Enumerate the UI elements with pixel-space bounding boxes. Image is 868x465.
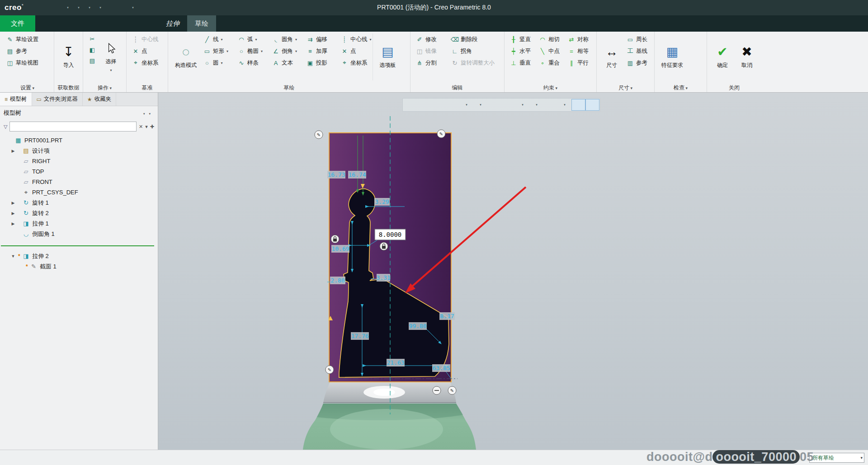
paste-icon-button[interactable]: ▤ xyxy=(86,55,99,66)
minimize-button[interactable] xyxy=(816,0,834,15)
spline-button[interactable]: ∿样条 xyxy=(235,57,269,69)
save-icon[interactable] xyxy=(52,2,61,13)
tree-item-section-1[interactable]: * ✎ 截面 1 xyxy=(0,261,158,272)
dim-d5[interactable]: 2.80 xyxy=(330,277,345,284)
diagnostics-icon-button[interactable] xyxy=(687,66,698,77)
tab-flexible-modeling[interactable] xyxy=(127,15,143,32)
perpendicular-constraint-button[interactable]: ⊥垂直 xyxy=(507,57,536,69)
dim-d3[interactable]: 3.29 xyxy=(374,198,390,206)
modify-handle-icon[interactable]: ✎ xyxy=(437,130,445,138)
dim-d11[interactable]: 8.17 xyxy=(439,312,455,320)
horizontal-constraint-button[interactable]: ┿水平 xyxy=(507,45,536,57)
copy-icon-button[interactable]: ◧ xyxy=(86,44,99,55)
tree-item-design-items[interactable]: ▶ ▤ 设计项 xyxy=(0,146,158,156)
fillet-button[interactable]: ◟圆角 xyxy=(269,33,304,45)
offset-button[interactable]: ⇉偏移 xyxy=(304,33,338,45)
tree-item-prt0001[interactable]: ▦ PRT0001.PRT xyxy=(0,135,158,146)
tree-item-revolve-2[interactable]: ▶ ↻ 旋转 2 xyxy=(0,208,158,218)
midpoint-constraint-button[interactable]: ╲中点 xyxy=(536,45,565,57)
graphics-area[interactable]: 16.73 16.74 3.29 10.69 2.80 3.31 17.76 9… xyxy=(158,93,868,450)
customize-quick-toolbar-icon[interactable] xyxy=(138,2,148,13)
expand-icon[interactable]: ▶ xyxy=(10,221,16,226)
references-button[interactable]: ▤参考 xyxy=(4,45,41,57)
dim-d4[interactable]: 10.69 xyxy=(331,245,349,253)
tab-annotate[interactable] xyxy=(81,15,97,32)
highlight-open-ends-icon-button[interactable] xyxy=(687,44,698,55)
line-button[interactable]: ╱线 xyxy=(201,33,235,45)
tab-extrude-context[interactable]: 拉伸 xyxy=(158,15,187,32)
select-button[interactable]: 选择 xyxy=(99,33,123,80)
tree-item-csys[interactable]: ⌖ PRT_CSYS_DEF xyxy=(0,187,158,197)
filter-clear-icon[interactable]: ✕ xyxy=(139,124,143,130)
equal-constraint-button[interactable]: =相等 xyxy=(565,45,594,57)
tree-item-front[interactable]: ▱ FRONT xyxy=(0,177,158,187)
reference-dim-button[interactable]: ▥参考 xyxy=(624,57,650,69)
expand-icon[interactable]: ▶ xyxy=(10,201,16,205)
dim-d1[interactable]: 16.73 xyxy=(327,171,345,178)
parallel-constraint-button[interactable]: ∥平行 xyxy=(565,57,594,69)
vertical-constraint-button[interactable]: ╂竖直 xyxy=(507,33,536,45)
tab-file[interactable]: 文件 xyxy=(0,15,35,32)
overlapping-geometry-icon-button[interactable] xyxy=(687,55,698,66)
delete-segment-button[interactable]: ⌫删除段 xyxy=(448,33,502,45)
group-label-inspect[interactable]: 检查 xyxy=(655,84,707,92)
ellipse-button[interactable]: ○椭圆 xyxy=(235,45,269,57)
group-label-constrain[interactable]: 约束 xyxy=(505,84,596,92)
tree-filter-input[interactable] xyxy=(9,122,137,132)
redo-icon[interactable] xyxy=(73,2,83,13)
zoom-in-icon[interactable] xyxy=(417,99,431,111)
maximize-button[interactable] xyxy=(834,0,851,15)
group-label-dimension[interactable]: 尺寸 xyxy=(597,84,654,92)
zoom-out-icon[interactable] xyxy=(431,99,445,111)
dim-d7[interactable]: 17.76 xyxy=(351,332,369,340)
symmetric-constraint-button[interactable]: ⇄对称 xyxy=(565,33,594,45)
circle-button[interactable]: ○圆 xyxy=(201,57,235,69)
sketch-plane[interactable] xyxy=(329,133,458,382)
datum-csys-button[interactable]: ⌖坐标系 xyxy=(129,57,161,69)
tab-model-tree[interactable]: ≡模型树 xyxy=(0,93,32,106)
dim-d2[interactable]: 16.74 xyxy=(348,171,366,178)
tree-display-icon[interactable] xyxy=(148,110,151,116)
sketch-view-setup-button[interactable]: ◫草绘视图 xyxy=(4,57,41,69)
centerline-button[interactable]: ┊中心线 xyxy=(338,33,373,45)
thicken-button[interactable]: ≡加厚 xyxy=(304,45,338,57)
perspective-icon[interactable] xyxy=(501,99,515,111)
project-button[interactable]: ▣投影 xyxy=(304,57,338,69)
perimeter-button[interactable]: ▭周长 xyxy=(624,33,650,45)
expand-icon[interactable]: ▼ xyxy=(10,254,16,258)
rectangle-button[interactable]: ▭矩形 xyxy=(201,45,235,57)
sketch-setup-button[interactable]: ✎草绘设置 xyxy=(4,33,41,45)
open-file-icon[interactable] xyxy=(41,2,51,13)
modify-button[interactable]: ✐修改 xyxy=(413,33,448,45)
tree-item-extrude-2[interactable]: ▼ * ◨ 拉伸 2 xyxy=(0,251,158,261)
dim-d10[interactable]: 63.85 xyxy=(432,364,450,372)
tab-favorites[interactable]: ★收藏夹 xyxy=(83,93,116,106)
ok-button[interactable]: ✔ 确定 xyxy=(710,33,735,80)
minus-handle-icon[interactable] xyxy=(433,386,441,395)
sketch-csys-button[interactable]: ⌖坐标系 xyxy=(338,57,373,69)
model-display-icon[interactable] xyxy=(127,2,137,13)
tab-live-simulation[interactable] xyxy=(66,15,81,32)
tree-item-extrude-1[interactable]: ▶ ◨ 拉伸 1 xyxy=(0,218,158,229)
group-label-setup[interactable]: 设置 xyxy=(1,84,54,92)
tab-model[interactable] xyxy=(35,15,51,32)
cancel-button[interactable]: ✖ 取消 xyxy=(735,33,759,80)
coincident-constraint-button[interactable]: ∘重合 xyxy=(536,57,565,69)
import-button[interactable]: ↧ 导入 xyxy=(57,33,80,80)
annotation-display-icon[interactable] xyxy=(529,99,543,111)
corner-button[interactable]: ∟拐角 xyxy=(448,45,502,57)
tree-item-revolve-1[interactable]: ▶ ↻ 旋转 1 xyxy=(0,197,158,208)
tree-item-top[interactable]: ▱ TOP xyxy=(0,166,158,177)
point-button[interactable]: ✕点 xyxy=(338,45,373,57)
dim-edit-input[interactable]: 8.0000 xyxy=(375,229,406,240)
divide-button[interactable]: ⋔分割 xyxy=(413,57,448,69)
close-window-icon[interactable] xyxy=(106,2,116,13)
datum-point-button[interactable]: ✕点 xyxy=(129,45,161,57)
new-file-icon[interactable] xyxy=(30,2,40,13)
sketch-view-icon[interactable] xyxy=(571,99,585,111)
rotate-resize-button[interactable]: ↻旋转调整大小 xyxy=(448,57,502,69)
graphics-toolbar-options-icon[interactable] xyxy=(585,99,599,111)
feature-requirements-button[interactable]: ▦ 特征要求 xyxy=(657,33,687,80)
group-label-operations[interactable]: 操作 xyxy=(83,84,126,92)
windows-icon[interactable] xyxy=(95,2,105,13)
